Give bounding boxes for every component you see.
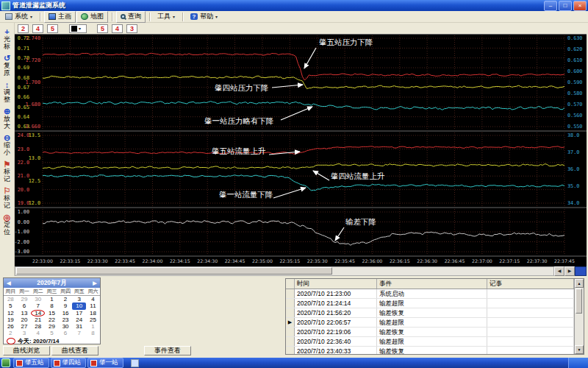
calendar-day[interactable]: 5 <box>45 330 59 336</box>
calendar-day[interactable]: 2 <box>4 330 18 336</box>
calendar-day[interactable]: 23 <box>59 316 73 323</box>
calendar-day[interactable]: 7 <box>72 330 86 336</box>
scroll-left-button[interactable]: ◀ <box>554 266 564 276</box>
calendar-day[interactable]: 11 <box>86 302 100 309</box>
series-count-button[interactable]: 3 <box>126 24 137 33</box>
calendar-day[interactable]: 9 <box>59 302 73 309</box>
trend-chart[interactable]: 0.720.710.700.690.680.670.660.650.640.63… <box>15 34 587 266</box>
calendar-day[interactable]: 25 <box>86 316 100 323</box>
series-count-button[interactable]: 4 <box>32 24 43 33</box>
calendar-day[interactable]: 21 <box>31 316 45 323</box>
series-count-button[interactable]: 2 <box>18 24 29 33</box>
scroll-down-button[interactable]: ▼ <box>575 345 584 354</box>
calendar-day[interactable]: 1 <box>45 296 59 302</box>
taskbar-misc-icon[interactable] <box>131 359 139 367</box>
calendar-day[interactable]: 27 <box>18 323 32 330</box>
calendar-day[interactable]: 18 <box>86 310 100 316</box>
calendar-day[interactable]: 28 <box>4 296 18 302</box>
event-row[interactable]: 2020/7/10 21:24:14输差超限 <box>286 299 574 308</box>
calendar-day[interactable]: 22 <box>45 316 59 323</box>
series-count-button[interactable]: 4 <box>112 24 123 33</box>
scroll-right-button[interactable]: ▶ <box>564 266 575 276</box>
event-view-button[interactable]: 事件查看 <box>144 346 191 355</box>
svg-text:34.0: 34.0 <box>567 200 579 206</box>
calendar-prev-button[interactable]: ◀ <box>4 280 14 286</box>
event-row[interactable]: 2020/7/10 21:23:00系统启动 <box>286 289 574 299</box>
curve-view-button[interactable]: 曲线查看 <box>51 346 98 355</box>
calendar-day[interactable]: 30 <box>59 323 73 330</box>
table-scrollbar[interactable]: ▲ ▼ <box>574 279 584 354</box>
event-note <box>487 328 574 336</box>
event-note <box>487 347 574 354</box>
calendar-day[interactable]: 31 <box>72 323 86 330</box>
tool-locate[interactable]: ◎定位 <box>0 213 14 236</box>
calendar-day[interactable]: 8 <box>86 330 100 336</box>
menu-tools[interactable]: 工具▾ <box>154 12 179 22</box>
menu-map[interactable]: 地图 <box>76 11 108 23</box>
calendar-day[interactable]: 8 <box>45 302 59 309</box>
table-scrollbar-thumb[interactable] <box>576 289 582 314</box>
station-button[interactable]: 肇四站 <box>51 358 87 368</box>
calendar-day[interactable]: 7 <box>31 302 45 309</box>
calendar-next-button[interactable]: ▶ <box>90 280 100 286</box>
tool-mark1[interactable]: ⚑标记 <box>0 160 14 183</box>
calendar-day[interactable]: 4 <box>86 296 100 302</box>
tool-cursor[interactable]: +光标 <box>0 27 14 50</box>
event-row[interactable]: 2020/7/10 22:19:06输差恢复 <box>286 328 574 337</box>
calendar-day[interactable]: 26 <box>4 323 18 330</box>
calendar-day[interactable]: 15 <box>45 310 59 316</box>
calendar-day[interactable]: 5 <box>4 302 18 309</box>
calendar-day[interactable]: 24 <box>72 316 86 323</box>
color-picker[interactable]: ▾ <box>69 24 87 33</box>
calendar-day[interactable]: 2 <box>59 296 73 302</box>
calendar-day[interactable]: 16 <box>59 310 73 316</box>
chart-scrollbar[interactable]: ◀ ▶ <box>15 266 587 276</box>
menu-system[interactable]: 系统▾ <box>1 12 36 22</box>
calendar-footer[interactable]: 今天: 2020/7/14 <box>4 337 100 346</box>
calendar-day[interactable]: 14 <box>31 310 45 316</box>
calendar-day[interactable]: 3 <box>72 296 86 302</box>
scroll-up-button[interactable]: ▲ <box>575 279 584 288</box>
event-row[interactable]: 2020/7/10 22:36:40输差超限 <box>286 337 574 347</box>
series-count-button[interactable]: 5 <box>47 24 58 33</box>
tool-restore[interactable]: ↺复原 <box>0 54 14 77</box>
curve-browse-button[interactable]: 曲线浏览 <box>3 346 50 355</box>
series-count-button[interactable]: 5 <box>97 24 108 33</box>
event-row[interactable]: ▶2020/7/10 22:06:57输差超限 <box>286 318 574 328</box>
calendar-day[interactable]: 28 <box>31 323 45 330</box>
taskbar-start-icon[interactable] <box>1 358 10 367</box>
minimize-button[interactable]: – <box>544 1 557 11</box>
tool-adjust[interactable]: ↕调整 <box>0 80 14 103</box>
table-scrollbar-track[interactable] <box>575 288 584 345</box>
calendar-day[interactable]: 29 <box>18 296 32 302</box>
calendar-day[interactable]: 30 <box>31 296 45 302</box>
calendar-day[interactable]: 6 <box>59 330 73 336</box>
tool-zoom-out[interactable]: ⊖缩小 <box>0 133 14 156</box>
tool-zoom-in[interactable]: ⊕放大 <box>0 107 14 130</box>
calendar-day[interactable]: 12 <box>4 310 18 316</box>
calendar-day[interactable]: 4 <box>31 330 45 336</box>
calendar-day[interactable]: 20 <box>18 316 32 323</box>
close-button[interactable]: × <box>573 1 587 11</box>
calendar-day[interactable]: 19 <box>4 316 18 323</box>
calendar-day[interactable]: 13 <box>18 310 32 316</box>
menu-main[interactable]: 主画 <box>44 11 76 23</box>
scrollbar-track[interactable] <box>15 266 554 276</box>
station-button[interactable]: 肇五站 <box>13 358 49 368</box>
menu-query[interactable]: 查询 <box>116 11 146 23</box>
menu-help[interactable]: ?帮助▾ <box>187 12 221 22</box>
tool-mark2[interactable]: ⚐标记 <box>0 186 14 209</box>
scrollbar-thumb[interactable] <box>16 267 332 275</box>
event-row[interactable]: 2020/7/10 21:56:20输差恢复 <box>286 308 574 318</box>
calendar-day[interactable]: 10 <box>72 302 86 309</box>
calendar-day[interactable]: 17 <box>72 310 86 316</box>
calendar-day[interactable]: 3 <box>18 330 32 336</box>
maximize-button[interactable]: □ <box>559 1 572 11</box>
svg-text:肇五站压力下降: 肇五站压力下降 <box>319 38 373 46</box>
calendar-day[interactable]: 1 <box>86 323 100 330</box>
calendar-day[interactable]: 29 <box>45 323 59 330</box>
calendar-day[interactable]: 6 <box>18 302 32 309</box>
event-row[interactable]: 2020/7/10 23:40:33输差恢复 <box>286 347 574 354</box>
station-button[interactable]: 肇一站 <box>87 358 123 368</box>
event-name: 系统启动 <box>377 289 487 298</box>
